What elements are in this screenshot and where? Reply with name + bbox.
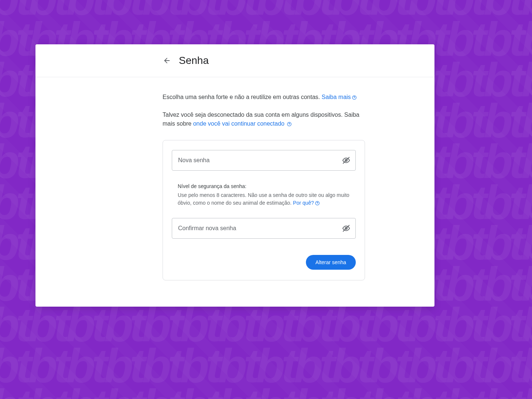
why-link-label: Por quê?	[293, 200, 314, 206]
strength-title: Nível de segurança da senha:	[178, 183, 350, 189]
back-arrow-icon[interactable]	[163, 56, 171, 65]
settings-panel: Senha Escolha uma senha forte e não a re…	[35, 44, 434, 307]
learn-more-label: Saiba mais	[321, 94, 351, 100]
why-link[interactable]: Por quê?	[293, 200, 320, 206]
help-icon	[315, 201, 320, 206]
page-title: Senha	[179, 55, 209, 66]
panel-header: Senha	[35, 44, 434, 77]
learn-more-link[interactable]: Saiba mais	[321, 94, 357, 100]
confirm-password-field-wrapper	[172, 218, 356, 239]
new-password-input[interactable]	[178, 157, 338, 164]
toggle-visibility-icon[interactable]	[342, 224, 350, 232]
toggle-visibility-icon[interactable]	[342, 156, 350, 164]
svg-point-4	[289, 125, 290, 125]
strength-description: Use pelo menos 8 caracteres. Não use a s…	[178, 191, 350, 207]
svg-point-2	[354, 98, 354, 99]
password-strength-block: Nível de segurança da senha: Use pelo me…	[178, 183, 350, 207]
strength-desc-text: Use pelo menos 8 caracteres. Não use a s…	[178, 192, 349, 206]
help-icon	[352, 95, 357, 100]
button-row: Alterar senha	[172, 255, 356, 270]
stay-signed-label: onde você vai continuar conectado	[193, 120, 284, 127]
intro-line-1-text: Escolha uma senha forte e não a reutiliz…	[163, 94, 321, 100]
content-area: Escolha uma senha forte e não a reutiliz…	[35, 77, 368, 280]
new-password-field-wrapper	[172, 150, 356, 171]
confirm-password-input[interactable]	[178, 225, 338, 232]
svg-point-8	[317, 204, 317, 205]
change-password-button[interactable]: Alterar senha	[306, 255, 356, 270]
password-form-card: Nível de segurança da senha: Use pelo me…	[163, 140, 365, 280]
help-icon	[287, 122, 292, 127]
intro-line-1: Escolha uma senha forte e não a reutiliz…	[163, 93, 368, 102]
intro-line-2: Talvez você seja desconectado da sua con…	[163, 110, 368, 128]
stay-signed-link[interactable]: onde você vai continuar conectado	[193, 120, 292, 127]
